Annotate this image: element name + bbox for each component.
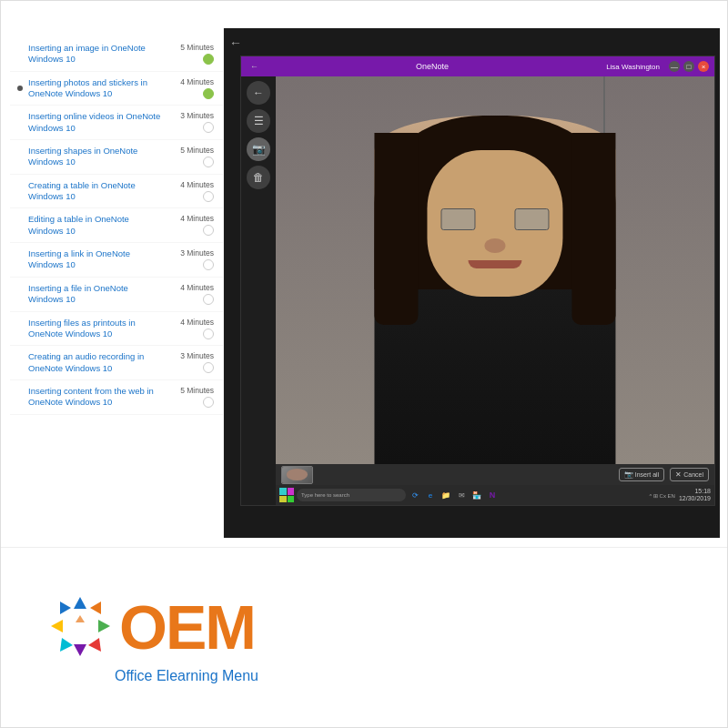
course-title: Inserting online videos in OneNote Windo… [28, 111, 168, 134]
course-status-circle [203, 294, 214, 305]
taskbar-icon-edge[interactable]: e [424, 489, 437, 501]
nav-menu-icon[interactable]: ☰ [247, 109, 270, 133]
course-title: Creating a table in OneNote Windows 10 [28, 180, 168, 203]
sidebar-course-item[interactable]: Inserting a link in OneNote Windows 103 … [10, 243, 223, 278]
nav-back-icon[interactable]: ← [247, 81, 270, 105]
taskbar-icon-onenote[interactable]: N [486, 489, 499, 501]
onenote-user: Lisa Washington [606, 63, 660, 71]
course-title: Editing a table in OneNote Windows 10 [28, 214, 168, 237]
maximize-button[interactable]: □ [683, 61, 694, 72]
taskbar-system-tray: ^ ⊞ Cx EN [649, 492, 674, 499]
course-status-circle [203, 191, 214, 202]
course-duration: 3 Minutes [180, 111, 214, 120]
sidebar-course-item[interactable]: Creating a table in OneNote Windows 104 … [10, 175, 223, 209]
course-title: Creating an audio recording in OneNote W… [28, 351, 168, 374]
main-content-area: Inserting an image in OneNote Windows 10… [10, 28, 720, 538]
oem-subtitle: Office Elearning Menu [115, 668, 258, 684]
course-status-circle [203, 157, 214, 167]
sidebar-course-item[interactable]: Editing a table in OneNote Windows 104 M… [10, 208, 223, 243]
taskbar-icon-1[interactable]: ⟳ [409, 489, 421, 501]
sidebar-course-item[interactable]: Inserting content from the web in OneNot… [10, 380, 223, 415]
course-duration: 4 Minutes [180, 77, 214, 86]
taskbar-right: ^ ⊞ Cx EN 15:18 12/30/2019 [649, 488, 711, 503]
course-title: Inserting shapes in OneNote Windows 10 [28, 146, 168, 168]
minimize-button[interactable]: — [669, 61, 680, 72]
page-wrapper: Inserting an image in OneNote Windows 10… [0, 0, 728, 728]
sidebar-course-item[interactable]: Inserting a file in OneNote Windows 104 … [10, 278, 223, 312]
svg-marker-5 [60, 638, 73, 652]
oem-title: OEM [119, 596, 255, 658]
course-duration: 5 Minutes [180, 146, 214, 155]
course-title: Inserting files as printouts in OneNote … [28, 318, 168, 340]
nav-camera-icon[interactable]: 📷 [247, 137, 270, 161]
close-button[interactable]: × [698, 61, 709, 72]
svg-marker-6 [51, 620, 63, 632]
course-status-circle [203, 122, 214, 133]
oem-logo-section: OEM Office Elearning Menu [1, 547, 728, 728]
svg-marker-9 [73, 624, 87, 638]
course-status-circle [203, 225, 214, 236]
onenote-window: ← OneNote Lisa Washington — □ × ← ☰ 📷 🗑 [240, 56, 715, 506]
cancel-button[interactable]: ✕ Cancel [670, 468, 709, 481]
svg-marker-3 [88, 638, 101, 652]
course-title: Inserting photos and stickers in OneNote… [28, 77, 168, 100]
sidebar-course-item[interactable]: Creating an audio recording in OneNote W… [10, 346, 223, 380]
course-title: Inserting an image in OneNote Windows 10 [28, 43, 168, 66]
screen-area: ← ← OneNote Lisa Washington — □ × ← [224, 28, 720, 538]
svg-marker-8 [76, 615, 85, 622]
start-button[interactable] [279, 488, 294, 502]
bottom-action-buttons: 📷 Insert all ✕ Cancel [619, 468, 709, 481]
course-title: Inserting a file in OneNote Windows 10 [28, 283, 168, 306]
course-title: Inserting content from the web in OneNot… [28, 386, 168, 409]
course-duration: 3 Minutes [180, 248, 214, 258]
taskbar-app-icons: ⟳ e 📁 ✉ 🏪 N [409, 489, 499, 501]
svg-marker-4 [74, 644, 86, 656]
course-status-circle [203, 54, 214, 65]
oem-logo-row: OEM [46, 592, 255, 661]
svg-marker-0 [74, 597, 86, 609]
sidebar-course-item[interactable]: Inserting shapes in OneNote Windows 105 … [10, 140, 223, 175]
window-controls: — □ × [669, 61, 709, 72]
course-duration: 4 Minutes [180, 180, 214, 189]
titlebar-back[interactable]: ← [250, 62, 258, 71]
taskbar-time: 15:18 12/30/2019 [679, 488, 711, 503]
windows-taskbar: Type here to search ⟳ e 📁 ✉ 🏪 N ^ ⊞ Cx E… [276, 485, 714, 505]
taskbar-icon-mail[interactable]: ✉ [455, 489, 468, 501]
svg-marker-7 [60, 602, 71, 614]
course-duration: 5 Minutes [180, 386, 214, 395]
taskbar-search[interactable]: Type here to search [297, 489, 406, 501]
photo-thumbnail[interactable] [281, 466, 313, 484]
onenote-title: OneNote [258, 62, 606, 71]
oem-logo-area: OEM Office Elearning Menu [46, 592, 258, 684]
oem-arrows-logo [46, 592, 115, 661]
onenote-photo-strip: 📷 Insert all ✕ Cancel [276, 464, 714, 485]
course-duration: 4 Minutes [180, 214, 214, 223]
course-title: Inserting a link in OneNote Windows 10 [28, 248, 168, 271]
svg-marker-1 [90, 602, 101, 614]
course-status-circle [203, 88, 214, 99]
back-arrow[interactable]: ← [229, 35, 242, 50]
nav-trash-icon[interactable]: 🗑 [247, 166, 270, 189]
sidebar-course-item[interactable]: Inserting an image in OneNote Windows 10… [10, 37, 223, 72]
course-duration: 5 Minutes [180, 43, 214, 52]
course-duration: 3 Minutes [180, 351, 214, 360]
course-status-circle [203, 259, 214, 270]
svg-marker-2 [98, 620, 110, 632]
course-status-circle [203, 397, 214, 408]
onenote-leftnav: ← ☰ 📷 🗑 [241, 76, 276, 505]
course-duration: 4 Minutes [180, 283, 214, 292]
taskbar-icon-folder[interactable]: 📁 [440, 489, 452, 501]
course-status-circle [203, 362, 214, 373]
onenote-titlebar: ← OneNote Lisa Washington — □ × [241, 56, 714, 76]
course-duration: 4 Minutes [180, 318, 214, 327]
sidebar-course-item[interactable]: Inserting online videos in OneNote Windo… [10, 106, 223, 140]
video-area [276, 76, 714, 464]
taskbar-icon-store[interactable]: 🏪 [470, 489, 483, 501]
course-sidebar: Inserting an image in OneNote Windows 10… [10, 28, 224, 538]
search-placeholder: Type here to search [301, 492, 349, 498]
insert-all-button[interactable]: 📷 Insert all [619, 468, 664, 481]
sidebar-course-item[interactable]: Inserting photos and stickers in OneNote… [10, 72, 223, 106]
course-status-circle [203, 329, 214, 339]
sidebar-course-item[interactable]: Inserting files as printouts in OneNote … [10, 312, 223, 347]
